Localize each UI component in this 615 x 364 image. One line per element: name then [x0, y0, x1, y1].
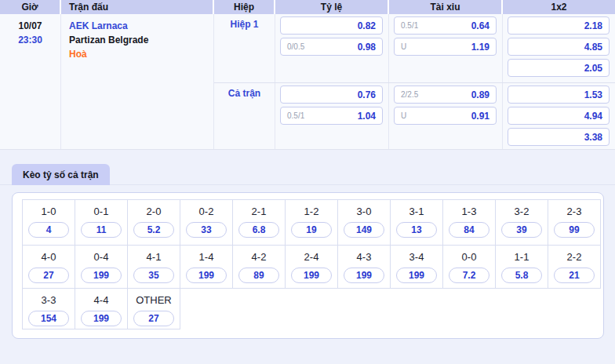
score-odds-button[interactable]: 84 [449, 222, 489, 238]
odds-value: 1.53 [584, 89, 602, 100]
score-odds-button[interactable]: 19 [291, 222, 332, 238]
rate-odds-button[interactable]: 0/0.5 0.98 [280, 38, 383, 56]
score-cell: 3-0 149 [338, 200, 391, 246]
score-odds-button[interactable]: 199 [396, 268, 437, 283]
odds-value: 0.98 [358, 42, 376, 53]
score-cell: 0-2 33 [180, 200, 233, 246]
header-match: Trận đấu [61, 0, 214, 14]
over-under-odds-button[interactable]: U 1.19 [394, 38, 497, 56]
match-date: 10/07 [0, 19, 60, 33]
score-odds-button[interactable]: 89 [238, 268, 279, 283]
score-label: 0-2 [180, 206, 232, 217]
1x2-odds-button[interactable]: 2.05 [508, 59, 610, 77]
score-label: 1-0 [23, 206, 75, 217]
match-teams-cell: AEK Larnaca Partizan Belgrade Hoà [61, 14, 214, 149]
score-cell: 1-3 84 [443, 200, 496, 246]
rate-odds-column: 0.82 0/0.5 0.98 [275, 14, 389, 82]
1x2-odds-button[interactable]: 1.53 [508, 86, 610, 104]
score-label: 1-4 [180, 252, 232, 263]
score-cell: 3-4 199 [391, 246, 443, 289]
1x2-odds-button[interactable]: 4.94 [508, 107, 610, 125]
score-cell: 4-4 199 [75, 289, 128, 329]
score-odds-button[interactable]: 6.8 [238, 222, 279, 238]
odds-value: 0.64 [471, 20, 489, 31]
score-odds-button[interactable]: 27 [28, 268, 69, 283]
odds-value: 0.89 [471, 89, 489, 100]
score-odds-button[interactable]: 33 [186, 222, 227, 238]
score-odds-button[interactable]: 149 [344, 222, 384, 238]
handicap-label: U [401, 111, 406, 120]
score-odds-button[interactable]: 11 [81, 222, 122, 238]
over-under-odds-button[interactable]: 2/2.5 0.89 [394, 86, 497, 104]
score-label: 0-0 [443, 252, 495, 263]
score-odds-button[interactable]: 21 [554, 268, 595, 283]
over-under-odds-button[interactable]: U 0.91 [394, 107, 497, 125]
odds-value: 0.82 [358, 20, 376, 31]
score-label: 0-4 [75, 252, 127, 263]
score-grid-row: 4-0 27 0-4 199 4-1 35 1-4 199 4-2 89 2-4… [23, 246, 601, 289]
1x2-odds-button[interactable]: 3.38 [508, 128, 610, 146]
correct-score-panel: 1-0 4 0-1 11 2-0 5.2 0-2 33 2-1 6.8 1-2 … [12, 192, 604, 339]
score-label: 1-1 [496, 252, 548, 263]
odds-value: 1.19 [471, 42, 489, 53]
score-cell: 2-4 199 [286, 246, 338, 289]
match-time: 23:30 [0, 33, 60, 47]
score-odds-button[interactable]: 5.2 [133, 222, 174, 238]
score-odds-button[interactable]: 154 [28, 311, 69, 326]
odds-value: 1.04 [358, 111, 376, 122]
odds-value: 4.85 [584, 42, 602, 53]
header-over-under: Tài xỉu [389, 0, 503, 14]
grid-empty-area [180, 289, 601, 329]
score-label: 2-1 [233, 206, 285, 217]
score-odds-button[interactable]: 35 [133, 268, 174, 283]
score-label: 3-0 [338, 206, 390, 217]
score-odds-button[interactable]: 27 [133, 311, 174, 326]
period-label: Cả trận [214, 83, 275, 149]
score-label: 3-4 [391, 252, 442, 263]
header-1x2: 1x2 [503, 0, 615, 14]
score-odds-button[interactable]: 199 [81, 311, 122, 326]
match-odds-table: Giờ Trận đấu Hiệp Tỷ lệ Tài xỉu 1x2 10/0… [0, 0, 615, 150]
rate-odds-button[interactable]: 0.5/1 1.04 [280, 107, 383, 125]
odds-value: 4.94 [584, 111, 602, 122]
tab-full-match-score[interactable]: Kèo tỷ số cả trận [12, 164, 110, 185]
handicap-label: 0.5/1 [287, 111, 304, 120]
score-cell: 4-3 199 [338, 246, 391, 289]
score-odds-button[interactable]: 7.2 [449, 268, 489, 283]
score-cell: 3-1 13 [391, 200, 443, 246]
score-odds-button[interactable]: 199 [291, 268, 332, 283]
score-cell: 4-2 89 [233, 246, 286, 289]
score-cell: 4-1 35 [128, 246, 180, 289]
1x2-odds-button[interactable]: 4.85 [508, 38, 610, 56]
rate-odds-button[interactable]: 0.76 [280, 86, 383, 104]
score-label: 1-2 [286, 206, 337, 217]
score-label: 2-3 [548, 206, 600, 217]
rate-odds-button[interactable]: 0.82 [280, 16, 383, 35]
home-team-link[interactable]: AEK Larnaca [69, 19, 213, 33]
score-odds-button[interactable]: 5.8 [501, 268, 542, 283]
score-odds-button[interactable]: 13 [396, 222, 437, 238]
score-cell: 0-1 11 [75, 200, 128, 246]
score-odds-button[interactable]: 199 [81, 268, 122, 283]
period-row-full-match: Cả trận 0.76 0.5/1 1.04 2/2.5 0.89 [214, 82, 615, 149]
score-label: 1-3 [443, 206, 495, 217]
score-odds-button[interactable]: 99 [554, 222, 595, 238]
period-label: Hiệp 1 [214, 14, 275, 82]
odds-value: 2.05 [584, 63, 602, 74]
score-odds-button[interactable]: 4 [28, 222, 69, 238]
score-cell: 1-2 19 [286, 200, 338, 246]
period-row-first-half: Hiệp 1 0.82 0/0.5 0.98 0.5/1 0.64 [214, 14, 615, 82]
odds-value: 0.91 [471, 111, 489, 122]
1x2-odds-button[interactable]: 2.18 [508, 16, 610, 35]
odds-value: 2.18 [584, 20, 602, 31]
score-odds-button[interactable]: 199 [344, 268, 384, 283]
score-cell: 1-1 5.8 [496, 246, 548, 289]
score-label: 4-2 [233, 252, 285, 263]
over-under-odds-button[interactable]: 0.5/1 0.64 [394, 16, 497, 35]
score-odds-button[interactable]: 199 [186, 268, 227, 283]
score-label: 2-0 [128, 206, 180, 217]
score-odds-button[interactable]: 39 [501, 222, 542, 238]
score-cell: 0-4 199 [75, 246, 128, 289]
odds-value: 0.76 [358, 89, 376, 100]
score-cell: 1-0 4 [23, 200, 75, 246]
